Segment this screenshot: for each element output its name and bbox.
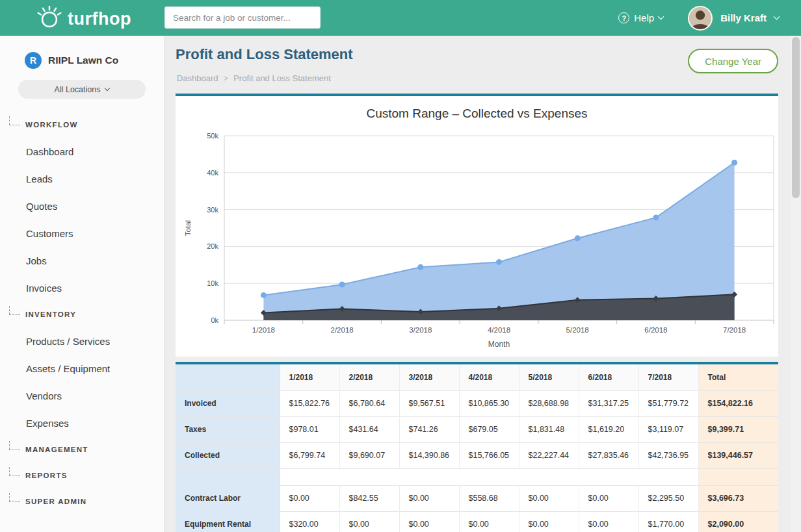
svg-text:2/2018: 2/2018 bbox=[331, 326, 354, 334]
sidebar-item-vendors[interactable]: Vendors bbox=[0, 382, 164, 409]
corner-cell bbox=[176, 364, 280, 390]
search-input[interactable] bbox=[164, 6, 321, 29]
table-row: Contract Labor$0.00$842.55$0.00$558.68$0… bbox=[176, 485, 778, 511]
table-header-row: 1/20182/20183/20184/20185/20186/20187/20… bbox=[176, 364, 778, 390]
total-header: Total bbox=[698, 364, 778, 390]
svg-text:3/2018: 3/2018 bbox=[409, 326, 432, 334]
svg-text:6/2018: 6/2018 bbox=[644, 326, 667, 334]
help-label: Help bbox=[634, 12, 654, 23]
sidebar-item-jobs[interactable]: Jobs bbox=[0, 247, 164, 274]
sidebar-item-customers[interactable]: Customers bbox=[0, 220, 164, 247]
col-header: 5/2018 bbox=[519, 364, 579, 390]
sidebar-item-products-services[interactable]: Products / Services bbox=[0, 327, 164, 355]
company-row[interactable]: R RIIPL Lawn Co bbox=[25, 52, 164, 69]
table-cell: $14,390.86 bbox=[399, 442, 459, 468]
sidebar-item-dashboard[interactable]: Dashboard bbox=[0, 138, 164, 165]
col-header: 7/2018 bbox=[638, 364, 698, 390]
chevron-down-icon bbox=[105, 86, 110, 91]
table-cell: $51,779.72 bbox=[638, 390, 698, 416]
sidebar-item-leads[interactable]: Leads bbox=[0, 165, 164, 192]
row-total: $139,446.57 bbox=[698, 442, 778, 468]
table-cell: $679.05 bbox=[459, 416, 519, 442]
table-row: Invoiced$15,822.76$6,780.64$9,567.51$10,… bbox=[176, 390, 778, 416]
brand-name: turfhop bbox=[68, 9, 131, 29]
nav-section-management: MANAGEMENT bbox=[0, 437, 164, 462]
location-selector[interactable]: All Locations bbox=[18, 80, 146, 99]
tree-dash-icon bbox=[9, 501, 20, 502]
row-total: $2,090.00 bbox=[698, 511, 778, 532]
row-label: Taxes bbox=[176, 416, 280, 442]
main-content: Profit and Loss Statement Dashboard > Pr… bbox=[164, 36, 791, 532]
col-header: 3/2018 bbox=[399, 364, 459, 390]
change-year-button[interactable]: Change Year bbox=[688, 49, 778, 73]
user-avatar[interactable] bbox=[688, 6, 713, 31]
table-cell: $0.00 bbox=[579, 485, 638, 511]
table-cell: $741.26 bbox=[399, 416, 459, 442]
app-window: turfhop ? Help Billy Kraft R RIIPL L bbox=[0, 0, 801, 532]
table-cell: $0.00 bbox=[579, 511, 638, 532]
nav-section-inventory: INVENTORY bbox=[0, 301, 164, 327]
location-label: All Locations bbox=[55, 85, 101, 94]
table-row: Equipment Rental$320.00$0.00$0.00$0.00$0… bbox=[176, 511, 778, 532]
header-right-group: ? Help Billy Kraft bbox=[618, 0, 779, 36]
svg-text:40k: 40k bbox=[207, 169, 218, 177]
brand-logo[interactable]: turfhop bbox=[36, 5, 131, 33]
breadcrumb-separator: > bbox=[224, 73, 229, 83]
help-icon: ? bbox=[618, 12, 629, 23]
help-menu[interactable]: ? Help bbox=[618, 12, 663, 23]
tree-dash-icon bbox=[9, 450, 20, 450]
table-cell: $27,835.46 bbox=[579, 442, 638, 468]
pl-table: 1/20182/20183/20184/20185/20186/20187/20… bbox=[176, 364, 778, 532]
table-cell: $31,317.25 bbox=[579, 390, 638, 416]
table-cell: $22,227.44 bbox=[519, 442, 579, 468]
tree-dash-icon bbox=[9, 314, 20, 315]
nav-section-workflow: WORKFLOW bbox=[0, 112, 164, 138]
table-cell: $1,770.00 bbox=[638, 511, 698, 532]
breadcrumb: Dashboard > Profit and Loss Statement bbox=[177, 73, 331, 83]
svg-text:0k: 0k bbox=[211, 316, 218, 324]
table-cell: $15,766.05 bbox=[459, 442, 519, 468]
table-row: Collected$6,799.74$9,690.07$14,390.86$15… bbox=[176, 442, 778, 468]
sidebar-item-expenses[interactable]: Expenses bbox=[0, 409, 164, 437]
scrollbar-thumb[interactable] bbox=[792, 37, 800, 198]
top-header: turfhop ? Help Billy Kraft bbox=[0, 0, 801, 36]
row-total: $3,696.73 bbox=[698, 485, 778, 511]
svg-text:4/2018: 4/2018 bbox=[488, 326, 510, 334]
tree-dash-icon bbox=[9, 125, 20, 125]
col-header: 1/2018 bbox=[280, 364, 339, 390]
table-cell: $0.00 bbox=[459, 511, 519, 532]
table-cell: $0.00 bbox=[339, 511, 399, 532]
svg-text:7/2018: 7/2018 bbox=[723, 326, 746, 334]
table-cell: $6,780.64 bbox=[339, 390, 399, 416]
table-cell: $42,736.95 bbox=[638, 442, 698, 468]
breadcrumb-dashboard[interactable]: Dashboard bbox=[177, 73, 218, 83]
nav-section-reports: REPORTS bbox=[0, 462, 164, 488]
table-cell: $842.55 bbox=[339, 485, 399, 511]
page-title: Profit and Loss Statement bbox=[176, 46, 353, 63]
vertical-scrollbar[interactable] bbox=[791, 36, 801, 532]
table-cell: $1,831.48 bbox=[519, 416, 579, 442]
sidebar: R RIIPL Lawn Co All Locations WORKFLOWDa… bbox=[0, 36, 164, 532]
table-cell: $15,822.76 bbox=[280, 390, 339, 416]
tree-dash-icon bbox=[9, 475, 20, 476]
table-cell: $978.01 bbox=[280, 416, 339, 442]
table-cell: $28,688.98 bbox=[519, 390, 579, 416]
row-label: Invoiced bbox=[176, 390, 280, 416]
user-name[interactable]: Billy Kraft bbox=[720, 12, 767, 23]
table-cell: $558.68 bbox=[459, 485, 519, 511]
chart-card: Custom Range – Collected vs Expenses 0k1… bbox=[176, 94, 778, 357]
sidebar-item-assets-equipment[interactable]: Assets / Equipment bbox=[0, 355, 164, 382]
table-cell: $320.00 bbox=[280, 511, 339, 532]
chevron-down-icon bbox=[658, 14, 664, 20]
col-header: 2/2018 bbox=[339, 364, 399, 390]
table-cell: $0.00 bbox=[280, 485, 339, 511]
table-cell: $1,619.20 bbox=[579, 416, 638, 442]
svg-text:Total: Total bbox=[184, 220, 192, 236]
sidebar-item-quotes[interactable]: Quotes bbox=[0, 192, 164, 220]
chevron-down-icon[interactable] bbox=[774, 14, 780, 20]
spacer-row bbox=[176, 468, 778, 485]
page-head: Profit and Loss Statement Dashboard > Pr… bbox=[164, 36, 791, 94]
sidebar-item-invoices[interactable]: Invoices bbox=[0, 274, 164, 301]
svg-text:30k: 30k bbox=[207, 206, 218, 214]
company-badge: R bbox=[25, 52, 42, 69]
